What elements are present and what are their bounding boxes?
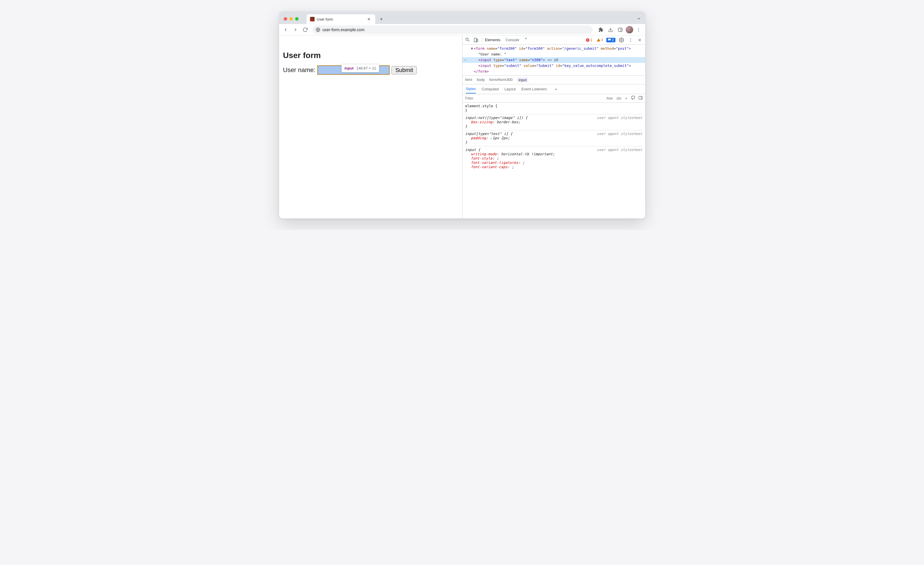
username-label: User name: [283, 66, 316, 74]
tab-event-listeners[interactable]: Event Listeners [521, 85, 547, 93]
maximize-window-button[interactable] [295, 17, 298, 21]
crumb-form[interactable]: form#form300 [489, 78, 513, 82]
tab-strip: User form ✕ + [279, 12, 645, 24]
settings-button[interactable] [618, 36, 625, 44]
rule-origin: user agent stylesheet [597, 132, 642, 136]
extensions-button[interactable] [597, 25, 605, 34]
devtools-panel: Elements Console » ✕ 1 4 2 [462, 36, 645, 219]
warning-count: 4 [601, 38, 603, 42]
message-count: 2 [612, 38, 614, 42]
svg-rect-3 [618, 28, 622, 31]
tab-styles[interactable]: Styles [466, 85, 476, 93]
new-style-rule-button[interactable]: ＋ [624, 96, 628, 101]
error-count: 1 [590, 38, 592, 42]
rule-selector: element.style { [465, 104, 642, 108]
svg-point-12 [630, 38, 631, 39]
rule-close: } [465, 108, 642, 112]
style-rule[interactable]: user agent stylesheet input[type="text" … [462, 130, 645, 146]
devtools-tabs: Elements Console » [484, 36, 528, 44]
hov-toggle[interactable]: :hov [606, 96, 613, 100]
tab-title: User form [317, 17, 364, 21]
dom-line[interactable]: ▼<form name="form300" id="form300" actio… [471, 46, 645, 51]
messages-badge[interactable]: 2 [606, 38, 615, 42]
svg-rect-18 [639, 96, 642, 99]
svg-point-13 [630, 39, 631, 40]
tabs-overflow-button[interactable]: » [524, 36, 528, 44]
styles-pane-tabs: Styles Computed Layout Event Listeners » [462, 84, 645, 94]
rule-origin: user agent stylesheet [597, 148, 642, 152]
style-rule[interactable]: user agent stylesheet input { writing-mo… [462, 146, 645, 171]
tab-layout[interactable]: Layout [504, 85, 516, 93]
dom-line[interactable]: "User name: " [471, 51, 645, 57]
submit-button[interactable]: Submit [392, 66, 417, 74]
close-devtools-button[interactable] [636, 36, 644, 44]
dom-line[interactable]: <input type="submit" value="Submit" id="… [471, 63, 645, 69]
browser-window: User form ✕ + user-form.example.com [279, 12, 645, 219]
dom-line[interactable]: </form> [471, 69, 645, 74]
crumb-html[interactable]: html [465, 78, 472, 82]
svg-point-14 [630, 41, 631, 42]
svg-point-6 [638, 29, 639, 30]
styles-filter-bar: :hov .cls ＋ [462, 94, 645, 103]
svg-point-5 [638, 28, 639, 28]
cls-toggle[interactable]: .cls [616, 96, 621, 100]
styles-tabs-overflow[interactable]: » [554, 87, 558, 91]
svg-point-11 [621, 39, 622, 40]
crumb-body[interactable]: body [477, 78, 485, 82]
errors-badge[interactable]: ✕ 1 [585, 38, 594, 42]
error-icon: ✕ [586, 38, 590, 42]
favicon-icon [310, 17, 315, 21]
rule-origin: user agent stylesheet [597, 115, 642, 120]
style-rules: element.style { } user agent stylesheet … [462, 103, 645, 219]
close-tab-button[interactable]: ✕ [366, 16, 372, 22]
back-button[interactable] [281, 25, 290, 34]
style-rule[interactable]: user agent stylesheet input:not([type="i… [462, 114, 645, 130]
dom-line-selected[interactable]: <input type="text" name="n300"> == $0 [462, 57, 645, 63]
reload-button[interactable] [301, 25, 309, 34]
url-text: user-form.example.com [322, 27, 364, 32]
address-bar[interactable]: user-form.example.com [312, 25, 592, 34]
color-format-button[interactable] [631, 96, 636, 101]
tab-computed[interactable]: Computed [482, 85, 499, 93]
close-window-button[interactable] [284, 17, 287, 21]
downloads-button[interactable] [606, 25, 615, 34]
content-area: User form input 146.67 × 21 User name: S… [279, 36, 645, 219]
minimize-window-button[interactable] [290, 17, 293, 21]
inspect-element-button[interactable] [464, 36, 472, 44]
device-toolbar-button[interactable] [472, 36, 480, 44]
warning-icon [597, 38, 600, 42]
styles-filter-input[interactable] [462, 96, 606, 100]
side-panel-button[interactable] [616, 25, 625, 34]
forward-button[interactable] [291, 25, 300, 34]
svg-rect-8 [466, 38, 468, 40]
toolbar-right [597, 25, 643, 34]
svg-point-7 [638, 31, 639, 31]
rendered-page: User form input 146.67 × 21 User name: S… [279, 36, 462, 219]
toolbar: user-form.example.com [279, 24, 645, 36]
profile-avatar[interactable] [626, 26, 633, 33]
style-rule[interactable]: element.style { } [462, 103, 645, 114]
devtools-toolbar: Elements Console » ✕ 1 4 2 [462, 36, 645, 45]
window-controls [281, 17, 301, 24]
toggle-sidebar-button[interactable] [638, 96, 643, 101]
dom-tree[interactable]: ▼<form name="form300" id="form300" actio… [462, 45, 645, 76]
new-tab-button[interactable]: + [378, 15, 386, 23]
globe-icon [316, 27, 320, 32]
tab-elements[interactable]: Elements [484, 36, 501, 44]
browser-tab[interactable]: User form ✕ [307, 14, 375, 24]
tab-console[interactable]: Console [505, 36, 520, 44]
message-icon [608, 38, 611, 42]
crumb-input[interactable]: input [517, 78, 528, 82]
svg-rect-17 [632, 96, 634, 99]
tab-overflow-button[interactable] [637, 16, 641, 22]
tooltip-dimensions: 146.67 × 21 [356, 66, 376, 70]
inspect-tooltip: input 146.67 × 21 [342, 64, 380, 72]
tooltip-element-tag: input [345, 66, 354, 70]
breadcrumb: html body form#form300 input [462, 76, 645, 84]
page-heading: User form [283, 51, 458, 60]
warnings-badge[interactable]: 4 [596, 38, 604, 42]
menu-button[interactable] [634, 25, 643, 34]
devtools-menu-button[interactable] [627, 36, 634, 44]
